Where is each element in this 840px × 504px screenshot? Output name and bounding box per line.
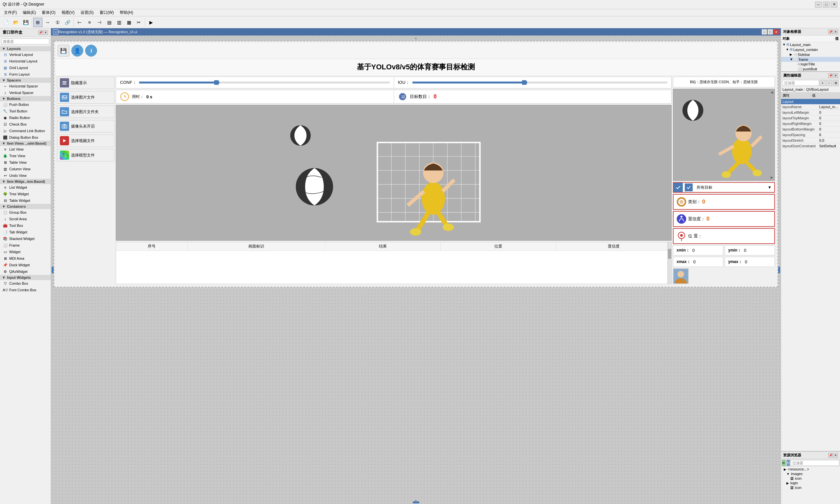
left-resize-handle[interactable] xyxy=(52,267,54,273)
results-scrollbar[interactable] xyxy=(667,242,671,284)
tree-item-layout-main[interactable]: ▼ ⊞ Layout_main xyxy=(781,42,840,47)
property-filter-input[interactable] xyxy=(783,80,819,86)
bottom-resize-handle[interactable] xyxy=(413,501,419,503)
res-item-images[interactable]: ▼ images xyxy=(781,471,840,476)
rb-close[interactable]: ✕ xyxy=(834,453,838,458)
rb-edit-btn[interactable]: ✏ xyxy=(782,460,786,466)
item-horizontal-spacer[interactable]: ↔ Horizontal Spacer xyxy=(0,83,51,89)
oi-close[interactable]: ✕ xyxy=(834,30,838,34)
item-font-combo-box[interactable]: A▽ Font Combo Box xyxy=(0,287,51,293)
item-form-layout[interactable]: ≣ Form Layout xyxy=(0,71,51,77)
widget-box-close[interactable]: ✕ xyxy=(43,30,48,35)
res-item-resource[interactable]: ▶ <resource...> xyxy=(781,467,840,471)
menu-window[interactable]: 窗口(W) xyxy=(97,9,117,16)
item-tool-button[interactable]: 🔧 Tool Button xyxy=(0,108,51,114)
section-input-widgets-header[interactable]: ▼ Input Widgets xyxy=(0,275,51,280)
item-tree-view[interactable]: 🌲 Tree View xyxy=(0,152,51,159)
section-spacers-header[interactable]: ▼ Spacers xyxy=(0,77,51,83)
tb-align-right[interactable]: ⊣ xyxy=(95,18,104,27)
res-item-login[interactable]: ▶ login xyxy=(781,481,840,485)
tree-item-frame[interactable]: ▼ ⬜ frame xyxy=(781,57,840,62)
tb-open[interactable]: 📂 xyxy=(11,18,20,27)
item-combo-box[interactable]: ▽ Combo Box xyxy=(0,280,51,287)
oi-pin[interactable]: 📌 xyxy=(828,30,833,34)
prop-val-bottommargin[interactable]: 0 xyxy=(818,127,840,132)
menu-file[interactable]: 文件(F) xyxy=(1,9,19,16)
all-targets-dropdown[interactable]: 所有目标 ▼ xyxy=(694,183,774,192)
item-qaxwidget[interactable]: ⚙ QAxWidget xyxy=(0,268,51,275)
scroll-top-arrow[interactable]: ▲ xyxy=(414,36,418,40)
prop-val-sizeconstraint[interactable]: SetDefault xyxy=(818,143,840,149)
tb-buddy[interactable]: 🔗 xyxy=(63,18,72,27)
item-table-widget[interactable]: ⊟ Table Widget xyxy=(0,197,51,204)
filter-config-btn[interactable]: ⚙ xyxy=(833,80,839,86)
res-item-login-icon[interactable]: 🖼 icon xyxy=(781,485,840,490)
item-list-view[interactable]: ≡ List View xyxy=(0,146,51,152)
res-item-images-icon[interactable]: 🖼 icon xyxy=(781,476,840,481)
info-scroll-up[interactable]: ◀ xyxy=(771,90,773,94)
iou-slider[interactable] xyxy=(412,82,667,84)
resource-filter-input[interactable] xyxy=(791,460,839,466)
menu-form[interactable]: 窗体(O) xyxy=(39,9,58,16)
tb-preview[interactable]: ▶ xyxy=(146,18,156,27)
tb-layout-h[interactable]: ▤ xyxy=(105,18,114,27)
close-button[interactable]: ✕ xyxy=(831,2,837,7)
tb-tab-order[interactable]: ① xyxy=(53,18,62,27)
camera-button[interactable]: 摄像头未开启 xyxy=(57,120,114,132)
item-table-view[interactable]: ⊞ Table View xyxy=(0,159,51,166)
section-containers-header[interactable]: ▼ Containers xyxy=(0,204,51,209)
tb-save[interactable]: 💾 xyxy=(21,18,30,27)
item-radio-button[interactable]: ◉ Radio Button xyxy=(0,114,51,121)
iou-slider-thumb[interactable] xyxy=(522,80,526,85)
item-list-widget[interactable]: ≡ List Widget xyxy=(0,184,51,191)
target-cb-icon[interactable] xyxy=(674,183,683,192)
item-dock-widget[interactable]: 📌 Dock Widget xyxy=(0,262,51,268)
item-command-link-button[interactable]: ▷ Command Link Button xyxy=(0,128,51,134)
item-push-button[interactable]: ⬜ Push Button xyxy=(0,101,51,108)
prop-val-topmargin[interactable]: 0 xyxy=(818,115,840,121)
item-stacked-widget[interactable]: 📚 Stacked Widget xyxy=(0,235,51,242)
section-layouts-header[interactable]: ▼ Layouts xyxy=(0,46,51,51)
designer-canvas[interactable]: ▲ 💾 👤 ℹ 基于YOLOv8/v5的体育赛事目标检测 xyxy=(51,36,781,504)
widget-box-pin[interactable]: 📌 xyxy=(38,30,43,35)
menu-settings[interactable]: 设置(S) xyxy=(78,9,96,16)
prop-val-leftmargin[interactable]: 0 xyxy=(818,110,840,115)
prop-val-spacing[interactable]: 6 xyxy=(818,132,840,138)
results-scrollbar-thumb[interactable] xyxy=(668,249,671,259)
item-group-box[interactable]: ⬚ Group Box xyxy=(0,209,51,216)
save-icon-btn[interactable]: 💾 xyxy=(57,45,69,57)
section-item-widgets-header[interactable]: ▼ Item Widge...tem-Based) xyxy=(0,179,51,184)
hide-show-button[interactable]: 隐藏显示 xyxy=(57,77,114,89)
tb-break-layout[interactable]: ✂ xyxy=(134,18,143,27)
prop-val-rightmargin[interactable]: 0 xyxy=(818,121,840,127)
section-item-views-header[interactable]: ▼ Item Views ...odel-Based) xyxy=(0,141,51,146)
rb-pin[interactable]: 📌 xyxy=(828,453,833,458)
item-grid-layout[interactable]: ▦ Grid Layout xyxy=(0,65,51,71)
conf-slider[interactable] xyxy=(139,82,390,84)
item-tree-widget[interactable]: 🌳 Tree Widget xyxy=(0,191,51,197)
menu-edit[interactable]: 编辑(E) xyxy=(20,9,38,16)
item-dialog-button-box[interactable]: ⬛ Dialog Button Box xyxy=(0,134,51,141)
pe-close[interactable]: ✕ xyxy=(834,73,838,78)
item-check-box[interactable]: ☑ Check Box xyxy=(0,121,51,128)
tb-align-left[interactable]: ⊢ xyxy=(75,18,84,27)
menu-view[interactable]: 视图(V) xyxy=(59,9,77,16)
item-column-view[interactable]: ▥ Column View xyxy=(0,166,51,172)
menu-help[interactable]: 帮助(H) xyxy=(117,9,136,16)
tree-item-layout-contain[interactable]: ▼ ⊞ Layout_contain xyxy=(781,47,840,52)
select-video-button[interactable]: 选择视频文件 xyxy=(57,134,114,147)
tb-layout-g[interactable]: ▦ xyxy=(124,18,133,27)
tree-item-sidebar[interactable]: ▶ ▭ Sidebar xyxy=(781,52,840,57)
rb-refresh-btn[interactable]: ↻ xyxy=(786,460,790,466)
info-icon-btn[interactable]: ℹ xyxy=(85,45,97,57)
widget-box-search[interactable] xyxy=(1,38,49,44)
conf-slider-thumb[interactable] xyxy=(214,80,219,85)
item-widget[interactable]: ▭ Widget xyxy=(0,249,51,255)
item-mdi-area[interactable]: ⊞ MDI Area xyxy=(0,255,51,262)
select-folder-button[interactable]: 选择图片文件夹 xyxy=(57,106,114,118)
item-tab-widget[interactable]: 📑 Tab Widget xyxy=(0,229,51,235)
item-vertical-layout[interactable]: ⊟ Vertical Layout xyxy=(0,51,51,58)
item-vertical-spacer[interactable]: ↕ Vertical Spacer xyxy=(0,89,51,96)
pe-pin[interactable]: 📌 xyxy=(828,73,833,78)
item-horizontal-layout[interactable]: ⊞ Horizontal Layout xyxy=(0,58,51,65)
